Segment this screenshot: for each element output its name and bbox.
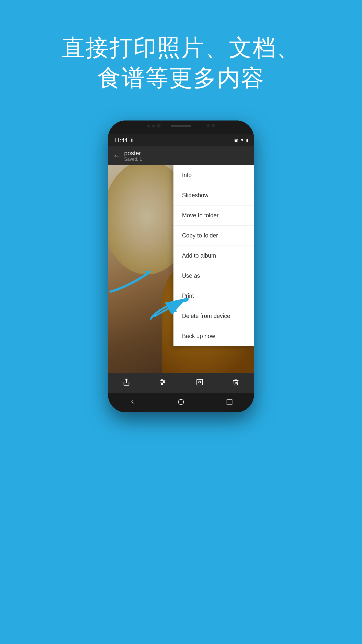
status-left: 11:44 ⬇ [114,137,134,144]
front-cam-dots [147,125,160,128]
app-header: ← poster Saved, 1 [108,146,254,165]
crop-icon[interactable] [196,378,203,388]
menu-item-copy-to-folder[interactable]: Copy to folder [173,226,254,246]
svg-point-7 [161,383,163,385]
download-icon: ⬇ [130,138,134,143]
status-bar: 11:44 ⬇ ▣ ▼ ▮ [108,134,254,146]
menu-item-add-to-album[interactable]: Add to album [173,246,254,266]
headline-line1: 直接打印照片、文档、 [62,33,300,63]
svg-rect-11 [227,399,232,405]
nav-back-icon[interactable] [129,398,136,407]
svg-point-10 [178,399,184,405]
nav-home-icon[interactable] [177,398,185,407]
menu-item-back-up-now[interactable]: Back up now [173,326,254,346]
camera-right-group [207,124,215,127]
menu-item-delete-from-device[interactable]: Delete from device [173,306,254,326]
phone-shell: 11:44 ⬇ ▣ ▼ ▮ ← poster Saved, 1 [108,120,254,412]
header-subtitle: Saved, 1 [124,157,142,162]
bottom-toolbar [108,373,254,393]
svg-rect-8 [197,379,203,385]
speaker [171,125,191,127]
headline: 直接打印照片、文档、 食谱等更多内容 [62,33,300,93]
menu-item-info[interactable]: Info [173,165,254,185]
time-display: 11:44 [114,137,127,144]
share-icon[interactable] [123,378,130,388]
status-right: ▣ ▼ ▮ [234,138,248,143]
battery-icon: ▮ [246,138,248,143]
nav-bar [108,393,254,412]
menu-item-print[interactable]: Print [173,286,254,306]
page-background: 直接打印照片、文档、 食谱等更多内容 [0,0,362,644]
headline-line2: 食谱等更多内容 [62,63,300,93]
svg-point-9 [199,381,201,383]
menu-item-slideshow[interactable]: Slideshow [173,185,254,206]
nav-recent-icon[interactable] [226,398,233,407]
back-button[interactable]: ← [113,151,121,160]
context-menu: Info Slideshow Move to folder Copy to fo… [173,165,254,346]
phone-container: 11:44 ⬇ ▣ ▼ ▮ ← poster Saved, 1 [108,120,254,412]
svg-point-6 [163,381,165,383]
wifi-icon: ▼ [240,138,244,143]
menu-item-move-to-folder[interactable]: Move to folder [173,206,254,226]
adjust-icon[interactable] [159,378,167,388]
cam-dot-1 [207,124,210,127]
delete-icon[interactable] [232,378,239,388]
svg-point-5 [161,380,163,381]
screen-content: Info Slideshow Move to folder Copy to fo… [108,165,254,373]
header-title-group: poster Saved, 1 [124,150,142,162]
phone-top-hardware [108,120,254,134]
menu-item-use-as[interactable]: Use as [173,266,254,286]
cam-dot-2 [212,124,215,127]
vibrate-icon: ▣ [234,138,238,143]
header-title: poster [124,150,142,157]
